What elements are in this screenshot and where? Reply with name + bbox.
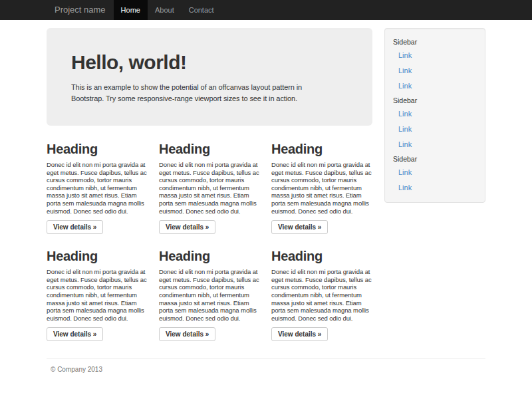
sidebar-link[interactable]: Link (393, 137, 477, 152)
nav-link-contact[interactable]: Contact (182, 0, 221, 20)
view-details-button[interactable]: View details » (47, 220, 103, 234)
footer: © Company 2013 (47, 366, 485, 373)
sidebar-link[interactable]: Link (393, 106, 477, 122)
card-body-text: Donec id elit non mi porta gravida at eg… (159, 268, 260, 322)
card-heading: Heading (159, 142, 260, 156)
card-body-text: Donec id elit non mi porta gravida at eg… (47, 161, 148, 215)
sidebar-link[interactable]: Link (393, 165, 477, 180)
copyright-text: © Company 2013 (51, 366, 485, 373)
card-1-2: Heading Donec id elit non mi porta gravi… (159, 136, 260, 234)
page-title: Hello, world! (71, 52, 348, 73)
sidebar-column: Sidebar Link Link Link Sidebar Link Link… (384, 28, 485, 350)
card-heading: Heading (271, 249, 372, 263)
card-2-3: Heading Donec id elit non mi porta gravi… (271, 243, 372, 341)
sidebar-panel: Sidebar Link Link Link Sidebar Link Link… (384, 28, 485, 203)
view-details-button[interactable]: View details » (271, 327, 328, 341)
sidebar-group-2: Sidebar Link Link Link (393, 94, 477, 152)
top-navbar: Project name Home About Contact (0, 0, 532, 20)
sidebar-group-1: Sidebar Link Link Link (393, 35, 477, 94)
view-details-button[interactable]: View details » (47, 327, 103, 341)
sidebar-link[interactable]: Link (393, 63, 477, 78)
sidebar-heading: Sidebar (393, 35, 477, 48)
nav-item-home: Home (114, 0, 148, 20)
jumbotron-subtitle: This is an example to show the potential… (71, 82, 334, 104)
sidebar-link[interactable]: Link (393, 48, 477, 63)
nav-link-home[interactable]: Home (114, 0, 148, 20)
view-details-button[interactable]: View details » (159, 327, 215, 341)
cards-row-2: Heading Donec id elit non mi porta gravi… (47, 243, 372, 341)
nav-item-contact: Contact (182, 0, 221, 20)
sidebar-link[interactable]: Link (393, 180, 477, 196)
navbar-menu: Home About Contact (114, 0, 221, 20)
card-2-1: Heading Donec id elit non mi porta gravi… (47, 243, 148, 341)
nav-link-about[interactable]: About (148, 0, 182, 20)
sidebar-link[interactable]: Link (393, 78, 477, 94)
view-details-button[interactable]: View details » (159, 220, 215, 234)
view-details-button[interactable]: View details » (271, 220, 328, 234)
card-body-text: Donec id elit non mi porta gravida at eg… (159, 161, 260, 215)
card-heading: Heading (271, 142, 372, 156)
card-heading: Heading (47, 142, 148, 156)
page-body: Hello, world! This is an example to show… (47, 28, 485, 350)
main-content: Hello, world! This is an example to show… (47, 28, 372, 350)
sidebar-heading: Sidebar (393, 152, 477, 165)
nav-item-about: About (148, 0, 182, 20)
brand-link[interactable]: Project name (47, 0, 114, 20)
card-heading: Heading (159, 249, 260, 263)
footer-divider (47, 358, 485, 359)
card-heading: Heading (47, 249, 148, 263)
card-body-text: Donec id elit non mi porta gravida at eg… (47, 268, 148, 322)
footer-container: © Company 2013 (47, 358, 485, 373)
card-body-text: Donec id elit non mi porta gravida at eg… (271, 268, 372, 322)
jumbotron: Hello, world! This is an example to show… (47, 28, 372, 126)
sidebar-group-3: Sidebar Link Link (393, 152, 477, 196)
card-1-3: Heading Donec id elit non mi porta gravi… (271, 136, 372, 234)
card-2-2: Heading Donec id elit non mi porta gravi… (159, 243, 260, 341)
sidebar-link[interactable]: Link (393, 122, 477, 137)
card-body-text: Donec id elit non mi porta gravida at eg… (271, 161, 372, 215)
card-1-1: Heading Donec id elit non mi porta gravi… (47, 136, 148, 234)
cards-row-1: Heading Donec id elit non mi porta gravi… (47, 136, 372, 234)
sidebar-heading: Sidebar (393, 94, 477, 106)
